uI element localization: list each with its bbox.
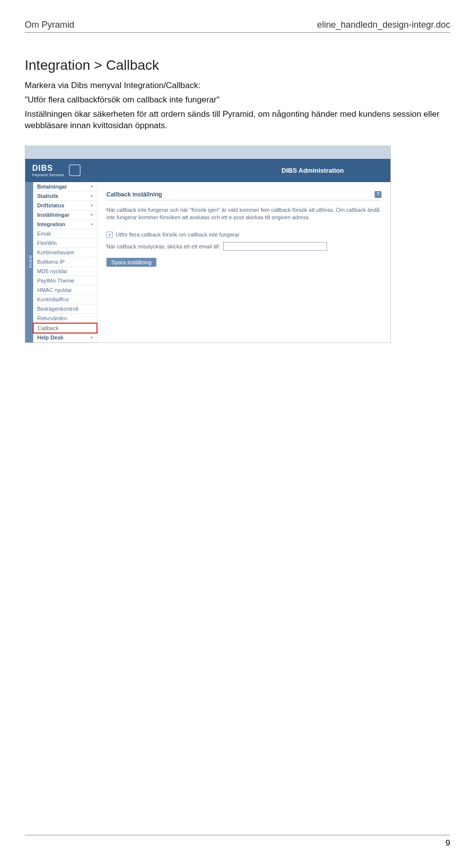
sidebar-item-betalningar[interactable]: Betalningar▸	[33, 182, 97, 192]
sidebar-item-paywin-theme[interactable]: PayWin Theme	[33, 276, 97, 286]
content-description: När callback inte fungerar och när "förs…	[106, 206, 381, 222]
page-footer: 9	[25, 835, 450, 848]
sidebar-item-label: PayWin Theme	[37, 278, 74, 284]
brand-bar: DIBS Payment Services DIBS Administratio…	[25, 159, 390, 182]
sidebar: Betalningar▸Statistik▸Driftstatus▸Instäl…	[33, 182, 97, 342]
sidebar-item-label: MD5 nycklar	[37, 268, 67, 274]
sidebar-item-label: Email	[37, 231, 51, 237]
sidebar-item-label: FlexWin	[37, 240, 57, 246]
sidebar-item-md5-nycklar[interactable]: MD5 nycklar	[33, 267, 97, 276]
chevron-right-icon: ▸	[91, 184, 93, 189]
section-line2: "Utför flera callbackförsök om callback …	[25, 95, 450, 106]
sidebar-item-statistik[interactable]: Statistik▸	[33, 192, 97, 201]
sidebar-item-label: Callback	[38, 325, 58, 331]
chevron-right-icon: ▸	[91, 222, 93, 226]
sidebar-item-bedrägerikontroll[interactable]: Bedrägerikontroll	[33, 304, 97, 314]
sidebar-item-label: Inställningar	[37, 212, 69, 218]
sidebar-item-label: HMAC nycklar	[37, 287, 72, 293]
dibs-admin-screenshot: DIBS Payment Services DIBS Administratio…	[25, 145, 391, 343]
brand-mark-icon	[69, 164, 81, 176]
chevron-right-icon: ▸	[91, 335, 93, 339]
header-right: eline_handledn_design-integr.doc	[317, 20, 450, 30]
sidebar-item-label: Returvärden	[37, 315, 67, 321]
checkbox-label: Utför flera callback försök om callback …	[116, 232, 239, 238]
sidebar-item-butikens-ip[interactable]: Butikens IP	[33, 257, 97, 267]
sidebar-item-email[interactable]: Email	[33, 229, 97, 239]
sidebar-item-kortinnehavare[interactable]: Kortinnehavare	[33, 248, 97, 257]
sidebar-item-label: Help Desk	[37, 335, 63, 340]
section-line3: Inställningen ökar säkerheten för att or…	[25, 109, 450, 132]
sidebar-item-label: Integration	[37, 221, 65, 227]
section-title: Integration > Callback	[25, 57, 450, 73]
checkbox-row[interactable]: ✓ Utför flera callback försök om callbac…	[106, 232, 381, 238]
brand-title: DIBS Administration	[282, 167, 383, 174]
brand-logo: DIBS Payment Services	[32, 164, 64, 177]
sidebar-item-callback[interactable]: Callback	[33, 323, 97, 334]
sidebar-item-label: Statistik	[37, 193, 58, 199]
sidebar-item-label: Bedrägerikontroll	[37, 306, 78, 312]
checkbox[interactable]: ✓	[106, 232, 113, 238]
sidebar-item-label: Butikens IP	[37, 259, 65, 265]
sidebar-item-returvärden[interactable]: Returvärden	[33, 314, 97, 323]
content-heading: Callback inställning	[106, 191, 162, 198]
sidebar-item-kontrollsiffror[interactable]: Kontrollsiffror	[33, 295, 97, 304]
sidebar-item-hmac-nycklar[interactable]: HMAC nycklar	[33, 286, 97, 295]
header-left: Om Pyramid	[25, 20, 74, 30]
chevron-right-icon: ▸	[91, 212, 93, 217]
menu-tab[interactable]: menu	[25, 182, 33, 342]
sidebar-item-label: Betalningar	[37, 184, 67, 190]
help-icon[interactable]: ?	[375, 191, 381, 198]
sidebar-item-label: Kontrollsiffror	[37, 296, 69, 302]
brand-sub: Payment Services	[32, 173, 64, 177]
shot-topbar	[25, 146, 390, 159]
sidebar-item-label: Kortinnehavare	[37, 249, 74, 255]
page-header: Om Pyramid eline_handledn_design-integr.…	[25, 20, 450, 33]
sidebar-item-flexwin[interactable]: FlexWin	[33, 239, 97, 248]
sidebar-item-label: Driftstatus	[37, 202, 64, 208]
page-number: 9	[446, 838, 450, 848]
sidebar-item-driftstatus[interactable]: Driftstatus▸	[33, 201, 97, 210]
sidebar-item-help-desk[interactable]: Help Desk▸	[33, 333, 97, 342]
content-panel: Callback inställning ? När callback inte…	[97, 182, 390, 342]
sidebar-item-integration[interactable]: Integration▸	[33, 220, 97, 229]
section-line1: Markera via Dibs menyval Integration/Cal…	[25, 80, 450, 92]
sidebar-item-inställningar[interactable]: Inställningar▸	[33, 210, 97, 220]
chevron-right-icon: ▸	[91, 193, 93, 198]
chevron-right-icon: ▸	[91, 203, 93, 207]
save-button[interactable]: Spara inställning	[106, 258, 156, 267]
email-label: När callback misslyckas, skicka ett ett …	[106, 243, 220, 249]
brand-name: DIBS	[32, 164, 53, 172]
email-input[interactable]	[223, 242, 327, 251]
